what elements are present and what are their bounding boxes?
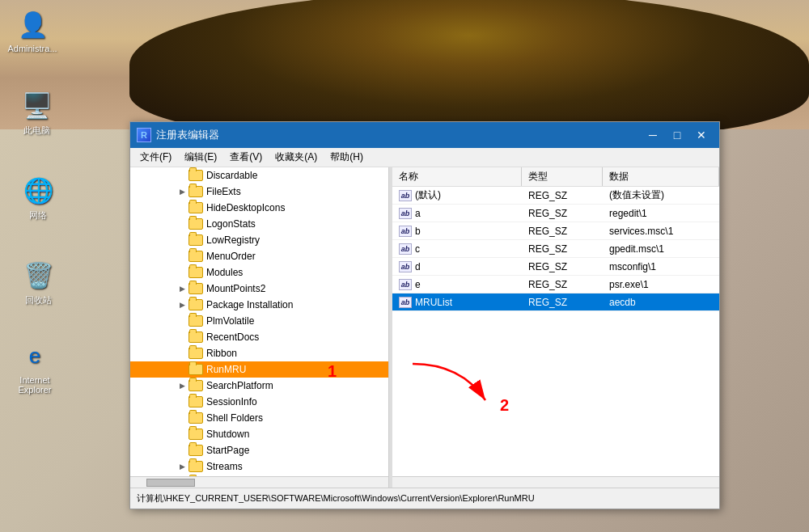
expand-icon-mountpoints2[interactable]: ▶ xyxy=(176,282,188,295)
tree-horizontal-scrollbar[interactable] xyxy=(130,476,388,488)
tree-item-shutdown[interactable]: Shutdown xyxy=(130,426,388,442)
tree-label-ribbon: Ribbon xyxy=(206,348,237,359)
detail-row-b[interactable]: abbREG_SZservices.msc\1 xyxy=(392,222,719,240)
expand-icon-logonstats[interactable] xyxy=(176,217,188,230)
expand-icon-streams[interactable]: ▶ xyxy=(176,460,188,473)
admin-icon-img: 👤 xyxy=(16,8,49,40)
tree-item-shellfolders[interactable]: Shell Folders xyxy=(130,410,388,426)
tree-item-runmru[interactable]: RunMRU xyxy=(130,361,388,378)
tree-item-startpage[interactable]: StartPage xyxy=(130,442,388,458)
menu-view[interactable]: 查看(V) xyxy=(223,149,269,166)
detail-row-c[interactable]: abcREG_SZgpedit.msc\1 xyxy=(392,240,719,258)
expand-icon-packageinstallation[interactable]: ▶ xyxy=(176,298,188,311)
tree-item-ribbon[interactable]: Ribbon xyxy=(130,345,388,361)
folder-icon-discardable xyxy=(188,170,203,181)
recycle-icon-label: 回收站 xyxy=(25,294,52,306)
tree-scroll[interactable]: Discardable▶FileExtsHideDesktopIconsLogo… xyxy=(130,167,388,476)
folder-icon-packageinstallation xyxy=(188,299,203,310)
tree-item-recentdocs[interactable]: RecentDocs xyxy=(130,329,388,345)
expand-icon-runmru[interactable] xyxy=(176,363,188,376)
expand-icon-hidedesktopicons[interactable] xyxy=(176,201,188,214)
detail-cell-type-d: REG_SZ xyxy=(522,261,603,272)
minimize-button[interactable]: ─ xyxy=(642,126,664,144)
detail-row-d[interactable]: abdREG_SZmsconfig\1 xyxy=(392,258,719,276)
network-icon[interactable]: 🌐 网络 xyxy=(10,174,66,222)
tree-item-logonstats[interactable]: LogonStats xyxy=(130,216,388,232)
tree-item-sessioninfo[interactable]: SessionInfo xyxy=(130,394,388,410)
folder-icon-shutdown xyxy=(188,429,203,440)
tree-item-searchplatform[interactable]: ▶SearchPlatform xyxy=(130,378,388,394)
detail-horizontal-scrollbar[interactable] xyxy=(392,476,719,488)
expand-icon-sessioninfo[interactable] xyxy=(176,395,188,408)
tree-label-modules: Modules xyxy=(206,267,243,278)
expand-icon-shellfolders[interactable] xyxy=(176,412,188,424)
folder-icon-plmvolatile xyxy=(188,315,203,327)
tree-item-hidedesktopicons[interactable]: HideDesktopIcons xyxy=(130,200,388,216)
tree-item-packageinstallation[interactable]: ▶Package Installation xyxy=(130,297,388,313)
expand-icon-fileexts[interactable]: ▶ xyxy=(176,185,188,198)
close-button[interactable]: ✕ xyxy=(690,126,713,144)
detail-row-default[interactable]: ab(默认)REG_SZ(数值未设置) xyxy=(392,187,719,205)
menu-favorites[interactable]: 收藏夹(A) xyxy=(269,149,324,166)
expand-icon-menuorder[interactable] xyxy=(176,250,188,263)
detail-cell-type-mrulist: REG_SZ xyxy=(522,297,603,308)
folder-icon-logonstats xyxy=(188,218,203,230)
expand-icon-modules[interactable] xyxy=(176,266,188,279)
computer-icon[interactable]: 🖥️ 此电脑 xyxy=(8,89,65,137)
expand-icon-recentdocs[interactable] xyxy=(176,331,188,344)
tree-label-menuorder: MenuOrder xyxy=(206,251,256,262)
detail-row-a[interactable]: abaREG_SZregedit\1 xyxy=(392,205,719,222)
detail-cell-data-c: gpedit.msc\1 xyxy=(603,243,719,255)
detail-cell-type-default: REG_SZ xyxy=(522,190,603,201)
tree-label-mountpoints2: MountPoints2 xyxy=(206,283,265,294)
tree-label-packageinstallation: Package Installation xyxy=(206,299,293,310)
folder-icon-menuorder xyxy=(188,251,203,262)
tree-item-menuorder[interactable]: MenuOrder xyxy=(130,248,388,264)
tree-label-fileexts: FileExts xyxy=(206,186,241,197)
tree-item-streams[interactable]: ▶Streams xyxy=(130,458,388,475)
expand-icon-discardable[interactable] xyxy=(176,169,188,182)
tree-label-recentdocs: RecentDocs xyxy=(206,331,259,343)
expand-icon-plmvolatile[interactable] xyxy=(176,315,188,327)
detail-cell-name-default: ab(默认) xyxy=(392,188,522,202)
tree-item-discardable[interactable]: Discardable xyxy=(130,167,388,184)
folder-icon-lowregistry xyxy=(188,234,203,246)
reg-icon-mrulist: ab xyxy=(399,297,412,308)
name-text-e: e xyxy=(415,279,421,290)
detail-rows[interactable]: ab(默认)REG_SZ(数值未设置)abaREG_SZregedit\1abb… xyxy=(392,187,719,476)
menu-edit[interactable]: 编辑(E) xyxy=(178,149,223,166)
reg-icon-e: ab xyxy=(399,279,412,290)
tree-item-plmvolatile[interactable]: PlmVolatile xyxy=(130,313,388,329)
menu-file[interactable]: 文件(F) xyxy=(133,149,178,166)
name-text-default: (默认) xyxy=(415,188,441,202)
detail-cell-data-mrulist: aecdb xyxy=(603,297,719,308)
expand-icon-startpage[interactable] xyxy=(176,444,188,457)
ie-icon-label: InternetExplorer xyxy=(19,375,52,395)
tree-item-fileexts[interactable]: ▶FileExts xyxy=(130,184,388,200)
reg-icon-default: ab xyxy=(399,190,412,201)
ie-icon-img: e xyxy=(19,340,51,372)
recycle-icon[interactable]: 🗑️ 回收站 xyxy=(10,259,66,306)
detail-panel: 名称 类型 数据 ab(默认)REG_SZ(数值未设置)abaREG_SZreg… xyxy=(392,167,719,488)
menu-help[interactable]: 帮助(H) xyxy=(324,149,370,166)
folder-icon-hidedesktopicons xyxy=(188,202,203,213)
reg-icon-c: ab xyxy=(399,243,412,255)
detail-row-e[interactable]: abeREG_SZpsr.exe\1 xyxy=(392,276,719,293)
expand-icon-lowregistry[interactable] xyxy=(176,234,188,247)
detail-header: 名称 类型 数据 xyxy=(392,167,719,187)
tree-label-logonstats: LogonStats xyxy=(206,218,256,230)
col-header-data: 数据 xyxy=(603,167,719,186)
tree-item-modules[interactable]: Modules xyxy=(130,264,388,281)
expand-icon-ribbon[interactable] xyxy=(176,347,188,360)
ie-icon[interactable]: e InternetExplorer xyxy=(6,340,63,395)
window-content: Discardable▶FileExtsHideDesktopIconsLogo… xyxy=(130,167,719,488)
expand-icon-searchplatform[interactable]: ▶ xyxy=(176,379,188,392)
folder-icon-modules xyxy=(188,267,203,278)
expand-icon-shutdown[interactable] xyxy=(176,428,188,441)
reg-icon-b: ab xyxy=(399,226,412,237)
tree-item-lowregistry[interactable]: LowRegistry xyxy=(130,232,388,248)
detail-row-mrulist[interactable]: abMRUListREG_SZaecdb xyxy=(392,293,719,311)
tree-item-mountpoints2[interactable]: ▶MountPoints2 xyxy=(130,281,388,297)
maximize-button[interactable]: □ xyxy=(666,126,688,144)
admin-icon[interactable]: 👤 Administra... xyxy=(4,8,61,53)
